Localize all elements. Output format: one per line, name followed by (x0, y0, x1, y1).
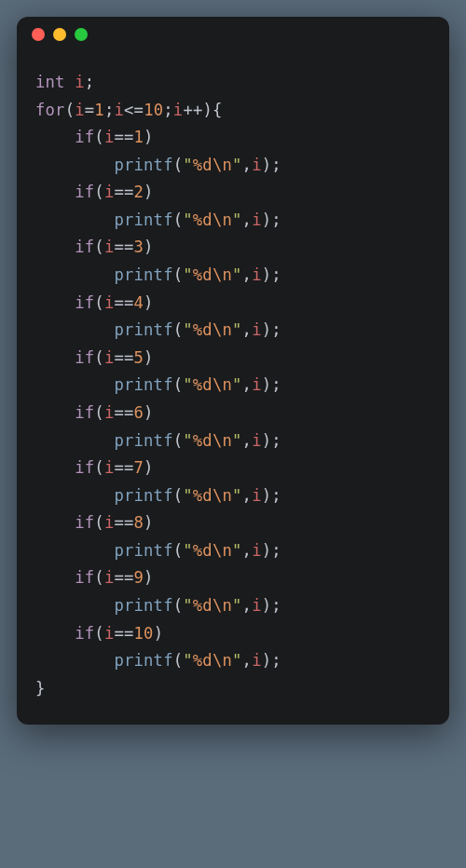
token-kw: if (75, 513, 94, 532)
token-str: " (183, 156, 193, 174)
token-num: 3 (134, 237, 144, 256)
token-id: i (104, 128, 115, 146)
token-str: " (183, 651, 193, 670)
token-op: ( (94, 128, 104, 146)
token-op: , (242, 486, 253, 505)
token-esc: %d (193, 541, 212, 560)
token-str: " (183, 320, 193, 339)
token-esc: \n (212, 651, 232, 670)
token-fn: printf (114, 375, 172, 394)
token-op: , (242, 210, 253, 229)
code-block: int i; for(i=1;i<=10;i++){ if(i==1) prin… (17, 52, 449, 725)
token-id: i (75, 101, 85, 119)
token-esc: %d (193, 486, 212, 505)
token-op: , (242, 651, 253, 670)
token-op: ) (144, 183, 154, 201)
token-id: i (252, 596, 262, 615)
token-kw: if (75, 237, 94, 256)
minimize-icon[interactable] (53, 28, 66, 41)
token-op: ( (94, 624, 104, 643)
token-fn: printf (114, 541, 172, 560)
token-num: 1 (94, 101, 104, 119)
token-str: " (183, 265, 193, 284)
token-id: i (252, 265, 262, 284)
token-op: ( (65, 101, 75, 119)
token-op: , (242, 265, 253, 284)
token-str: " (232, 210, 242, 229)
token-str: " (183, 375, 193, 394)
token-op: , (242, 156, 253, 174)
token-num: 4 (134, 293, 144, 312)
token-op: == (114, 293, 133, 312)
token-op: ); (262, 431, 281, 450)
token-num: 1 (134, 128, 144, 146)
token-op: ) (144, 293, 154, 312)
token-op: ( (173, 156, 184, 174)
token-num: 2 (134, 183, 144, 201)
token-op: ( (94, 293, 104, 312)
token-op: == (114, 128, 133, 146)
token-str: " (232, 375, 242, 394)
token-op: == (114, 348, 133, 367)
token-id: i (252, 210, 262, 229)
code-window: int i; for(i=1;i<=10;i++){ if(i==1) prin… (17, 17, 449, 725)
token-fn: printf (114, 265, 172, 284)
token-str: " (183, 596, 193, 615)
token-esc: %d (193, 210, 212, 229)
token-op: ) (144, 348, 154, 367)
token-str: " (183, 541, 193, 560)
token-op: ) (144, 568, 154, 587)
token-kw: if (75, 624, 94, 643)
token-kw: for (35, 101, 65, 119)
token-esc: \n (212, 486, 232, 505)
token-id: i (252, 431, 262, 450)
token-id: i (104, 237, 115, 256)
token-op: ; (163, 101, 173, 119)
token-op: == (114, 403, 133, 422)
token-op: ) (144, 403, 154, 422)
token-op: ( (94, 237, 104, 256)
token-op: ( (94, 458, 104, 477)
token-str: " (183, 486, 193, 505)
token-id: i (252, 320, 262, 339)
token-fn: printf (114, 486, 172, 505)
token-esc: %d (193, 265, 212, 284)
token-kw: if (75, 128, 94, 146)
token-op: == (114, 237, 133, 256)
token-id: i (104, 513, 115, 532)
token-op: ( (94, 183, 104, 201)
token-op: ( (94, 403, 104, 422)
token-esc: %d (193, 375, 212, 394)
token-id: i (104, 624, 115, 643)
token-num: 9 (134, 568, 144, 587)
token-esc: \n (212, 375, 232, 394)
token-op: ( (173, 320, 184, 339)
token-op: ( (173, 210, 184, 229)
token-fn: printf (114, 320, 172, 339)
token-op: ; (85, 73, 95, 91)
token-esc: \n (212, 156, 232, 174)
token-op: ) (144, 458, 154, 477)
token-id: i (252, 651, 262, 670)
token-op: <= (124, 101, 144, 119)
token-op: ( (173, 486, 184, 505)
token-num: 5 (134, 348, 144, 367)
token-op: ) (144, 513, 154, 532)
token-num: 10 (134, 624, 154, 643)
token-op: , (242, 596, 253, 615)
token-esc: \n (212, 596, 232, 615)
token-op: } (35, 679, 46, 698)
token-kw: if (75, 293, 94, 312)
token-fn: printf (114, 431, 172, 450)
maximize-icon[interactable] (75, 28, 88, 41)
close-icon[interactable] (32, 28, 45, 41)
token-op: ); (262, 486, 281, 505)
token-str: " (232, 265, 242, 284)
token-op: ( (173, 596, 184, 615)
token-str: " (183, 210, 193, 229)
token-op: == (114, 458, 133, 477)
token-op: ); (262, 320, 281, 339)
token-fn: printf (114, 596, 172, 615)
token-op: ( (94, 513, 104, 532)
token-kw: if (75, 183, 94, 201)
